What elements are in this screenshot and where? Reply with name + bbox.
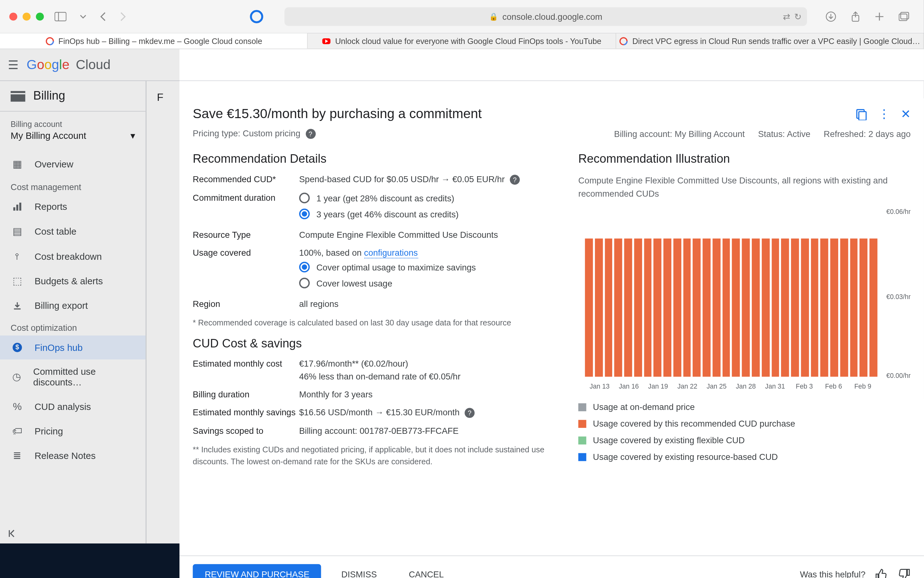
sidebar-section-cost-optimization: Cost optimization [0, 318, 145, 336]
more-menu-icon[interactable]: ⋮ [878, 107, 890, 121]
sidebar-item-cud[interactable]: ◷ Committed use discounts… [0, 359, 145, 394]
billing-duration-label: Billing duration [193, 389, 299, 399]
usage-chart: €0.06/hr €0.03/hr €0.00/hr Jan 13Jan 16J… [578, 211, 911, 390]
resource-type-label: Resource Type [193, 230, 299, 240]
sidebar-item-reports[interactable]: Reports [0, 195, 145, 219]
help-icon[interactable]: ? [306, 129, 316, 139]
sidebar: Billing Billing account My Billing Accou… [0, 49, 146, 544]
monthly-cost-value: €17.96/month** (€0.02/hour) [299, 359, 552, 369]
usage-covered-value: 100%, based on configurations [299, 248, 552, 258]
chart-bar [781, 239, 789, 377]
maximize-window-button[interactable] [36, 13, 44, 20]
duration-1year-label: 1 year (get 28% discount as credits) [317, 193, 454, 203]
svg-rect-5 [901, 12, 909, 19]
cancel-button[interactable]: CANCEL [397, 564, 456, 578]
browser-tab-1[interactable]: Unlock cloud value for everyone with Goo… [308, 33, 616, 49]
sidebar-item-cost-breakdown[interactable]: ⫯ Cost breakdown [0, 244, 145, 268]
chart-bar [870, 239, 877, 377]
browser-tab-2[interactable]: Direct VPC egress in Cloud Run sends tra… [616, 33, 924, 49]
sidebar-item-billing-export[interactable]: Billing export [0, 294, 145, 318]
translate-icon[interactable]: ⇄ [783, 11, 790, 22]
configurations-link[interactable]: configurations [364, 248, 418, 258]
legend-item: Usage covered by existing resource-based… [578, 452, 911, 462]
gcp-favicon-icon [619, 36, 629, 45]
monthly-savings-value: $16.56 USD/month → €15.30 EUR/month ? [299, 407, 552, 418]
sidebar-item-release-notes[interactable]: ≣ Release Notes [0, 443, 145, 468]
sidebar-item-cud-analysis[interactable]: % CUD analysis [0, 394, 145, 419]
duration-3year-radio[interactable]: 3 years (get 46% discount as credits) [299, 209, 552, 219]
x-axis-label: Jan 25 [702, 383, 731, 390]
billing-account-selector[interactable]: My Billing Account ▾ [0, 129, 145, 146]
x-axis-label: Feb 9 [848, 383, 877, 390]
chart-bar [634, 239, 642, 377]
legend-label: Usage at on-demand price [593, 402, 695, 412]
cover-optimal-radio[interactable]: Cover optimal usage to maximize savings [299, 262, 552, 272]
bar-chart-icon [11, 202, 24, 211]
close-icon[interactable]: ✕ [901, 107, 911, 121]
cover-optimal-label: Cover optimal usage to maximize savings [317, 262, 476, 272]
close-window-button[interactable] [10, 13, 17, 20]
sidebar-item-budgets[interactable]: ⬚ Budgets & alerts [0, 268, 145, 294]
gcp-logo[interactable]: Google Cloud [27, 57, 111, 73]
chevron-down-icon[interactable] [77, 12, 89, 21]
chart-bar [742, 239, 750, 377]
chart-bar [615, 239, 622, 377]
x-axis-label: Jan 28 [731, 383, 761, 390]
review-purchase-button[interactable]: REVIEW AND PURCHASE [193, 564, 321, 578]
panel-title: Save €15.30/month by purchasing a commit… [193, 106, 482, 122]
help-icon[interactable]: ? [510, 175, 520, 185]
sidebar-item-finops-hub[interactable]: $ FinOps hub [0, 336, 145, 359]
chart-bar [732, 239, 740, 377]
chart-bar [791, 239, 799, 377]
chart-bar [605, 239, 613, 377]
sidebar-item-pricing[interactable]: 🏷 Pricing [0, 419, 145, 443]
dollar-icon: $ [11, 342, 24, 353]
duration-1year-radio[interactable]: 1 year (get 28% discount as credits) [299, 193, 552, 203]
sidebar-section-cost-management: Cost management [0, 177, 145, 195]
cover-lowest-radio[interactable]: Cover lowest usage [299, 278, 552, 288]
cover-lowest-label: Cover lowest usage [317, 278, 392, 288]
new-tab-icon[interactable] [872, 8, 887, 24]
chart-bar [821, 239, 828, 377]
x-axis-label: Jan 16 [614, 383, 643, 390]
help-icon[interactable]: ? [465, 408, 475, 418]
reload-icon[interactable]: ↻ [794, 11, 802, 22]
thumbs-up-icon[interactable] [875, 568, 888, 578]
legend-label: Usage covered by existing flexible CUD [593, 435, 745, 445]
back-button[interactable] [97, 10, 109, 24]
sidebar-item-cost-table[interactable]: ▤ Cost table [0, 219, 145, 244]
chart-bar [693, 239, 701, 377]
chart-bar [860, 239, 868, 377]
downloads-icon[interactable] [823, 8, 839, 24]
hamburger-menu-icon[interactable]: ☰ [8, 57, 18, 72]
dashboard-icon: ▦ [11, 158, 24, 170]
pricing-type: Pricing type: Custom pricing ? [193, 128, 315, 139]
alerts-icon: ⬚ [11, 275, 24, 287]
copy-icon[interactable] [856, 108, 867, 120]
sidebar-item-label: Budgets & alerts [34, 276, 103, 286]
sidebar-item-label: Committed use discounts… [33, 366, 135, 387]
recommended-cud-value: Spend-based CUD for $0.05 USD/hr → €0.05… [299, 174, 552, 185]
tabs-overview-icon[interactable] [896, 8, 912, 24]
x-axis-label: Jan 31 [761, 383, 790, 390]
dismiss-button[interactable]: DISMISS [329, 564, 389, 578]
sidebar-item-label: Pricing [34, 425, 63, 436]
sidebar-item-overview[interactable]: ▦ Overview [0, 151, 145, 177]
chart-bar [850, 239, 858, 377]
sidebar-toggle-icon[interactable] [52, 10, 69, 24]
browser-tab-0[interactable]: FinOps hub – Billing – mkdev.me – Google… [0, 33, 308, 49]
share-icon[interactable] [848, 8, 863, 24]
svg-rect-4 [899, 14, 907, 20]
forward-button[interactable] [117, 10, 129, 24]
x-axis-label: Feb 3 [790, 383, 819, 390]
svg-rect-12 [16, 205, 18, 211]
minimize-window-button[interactable] [23, 13, 31, 20]
sidebar-item-label: Cost breakdown [34, 251, 102, 261]
collapse-sidebar-button[interactable] [8, 529, 17, 538]
thumbs-down-icon[interactable] [897, 568, 911, 578]
address-bar[interactable]: 🔒 console.cloud.google.com ⇄ ↻ [285, 7, 807, 26]
sidebar-item-label: CUD analysis [34, 401, 91, 411]
y-axis-bot: €0.00/hr [886, 372, 911, 379]
refreshed-meta: Refreshed: 2 days ago [824, 128, 911, 138]
chevron-down-icon: ▾ [130, 130, 135, 141]
